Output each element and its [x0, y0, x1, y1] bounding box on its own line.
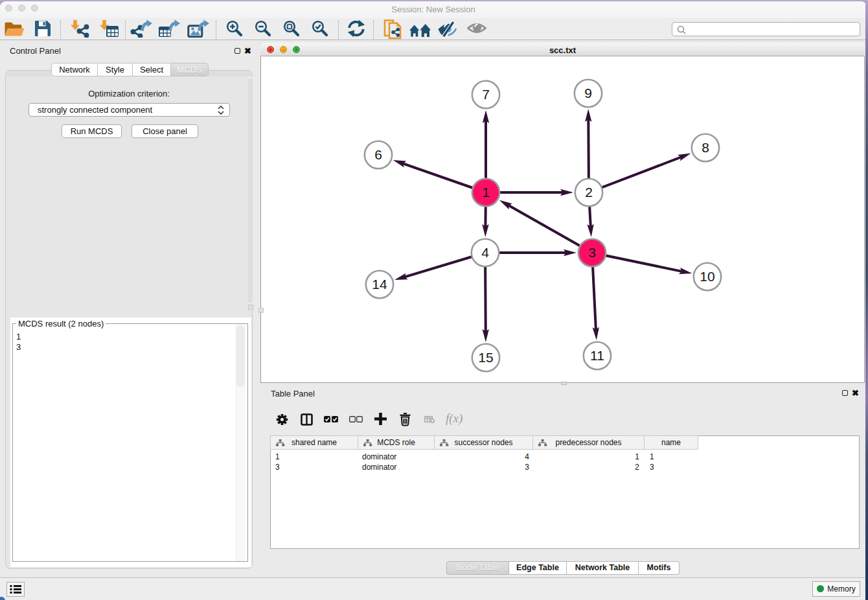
svg-text:6: 6 [374, 147, 382, 162]
svg-text:7: 7 [482, 87, 490, 102]
svg-text:1: 1 [482, 185, 490, 200]
svg-text:15: 15 [478, 350, 493, 365]
svg-text:3: 3 [588, 245, 596, 260]
svg-text:9: 9 [584, 86, 592, 100]
svg-text:10: 10 [700, 269, 714, 284]
svg-text:14: 14 [372, 277, 387, 292]
svg-text:2: 2 [585, 185, 593, 200]
svg-text:4: 4 [481, 245, 489, 260]
svg-text:8: 8 [702, 140, 709, 155]
svg-text:11: 11 [590, 348, 604, 363]
